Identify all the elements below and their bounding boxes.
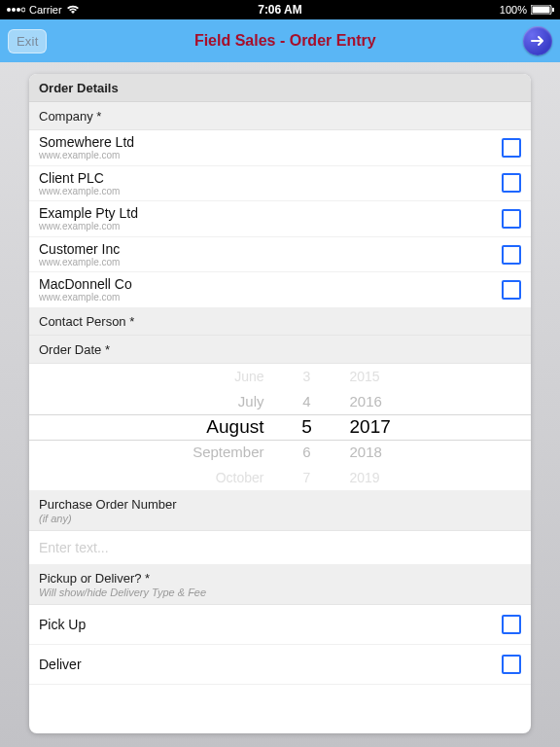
checkbox[interactable] xyxy=(502,173,521,193)
checkbox[interactable] xyxy=(502,615,521,634)
company-name: Customer Inc xyxy=(39,241,120,257)
po-input[interactable] xyxy=(39,540,521,555)
company-url: www.example.com xyxy=(39,150,134,161)
company-url: www.example.com xyxy=(39,292,132,303)
option-label: Pick Up xyxy=(39,617,86,632)
field-company: Company * xyxy=(29,102,531,130)
svg-point-0 xyxy=(7,8,11,12)
svg-rect-6 xyxy=(552,8,554,12)
day-wheel[interactable]: 3 4 5 6 7 xyxy=(294,364,321,490)
checkbox[interactable] xyxy=(502,209,521,229)
company-row[interactable]: Customer Incwww.example.com xyxy=(29,237,531,273)
arrow-right-icon xyxy=(530,33,545,49)
svg-point-3 xyxy=(21,8,25,12)
option-deliver[interactable]: Deliver xyxy=(29,645,531,685)
month-wheel[interactable]: June July August September October xyxy=(158,364,264,490)
svg-point-1 xyxy=(12,8,16,12)
option-label: Deliver xyxy=(39,657,82,672)
company-list: Somewhere Ltdwww.example.com Client PLCw… xyxy=(29,130,531,307)
field-order-date: Order Date * xyxy=(29,336,531,364)
company-url: www.example.com xyxy=(39,221,138,232)
clock: 7:06 AM xyxy=(152,3,408,17)
section-order-details: Order Details xyxy=(29,74,531,102)
company-name: Somewhere Ltd xyxy=(39,134,134,150)
exit-button[interactable]: Exit xyxy=(8,29,47,53)
signal-strength-icon xyxy=(6,5,25,15)
checkbox[interactable] xyxy=(502,138,521,158)
form-card: Order Details Company * Somewhere Ltdwww… xyxy=(29,74,531,733)
company-name: MacDonnell Co xyxy=(39,276,132,292)
checkbox[interactable] xyxy=(502,280,521,300)
company-row[interactable]: Client PLCwww.example.com xyxy=(29,166,531,202)
status-bar: Carrier 7:06 AM 100% xyxy=(0,0,560,19)
wifi-icon xyxy=(66,5,80,15)
battery-icon xyxy=(531,5,554,15)
company-name: Client PLC xyxy=(39,170,120,186)
carrier-label: Carrier xyxy=(29,4,62,16)
next-button[interactable] xyxy=(523,26,552,55)
checkbox[interactable] xyxy=(502,655,521,674)
company-url: www.example.com xyxy=(39,186,120,197)
option-pickup[interactable]: Pick Up xyxy=(29,605,531,645)
nav-bar: Exit Field Sales - Order Entry xyxy=(0,19,560,62)
company-row[interactable]: Somewhere Ltdwww.example.com xyxy=(29,130,531,166)
checkbox[interactable] xyxy=(502,245,521,265)
company-name: Example Pty Ltd xyxy=(39,205,138,221)
field-pickup-deliver: Pickup or Deliver? * Will show/hide Deli… xyxy=(29,564,531,605)
battery-percent: 100% xyxy=(500,4,527,16)
field-contact[interactable]: Contact Person * xyxy=(29,307,531,336)
field-po: Purchase Order Number (if any) xyxy=(29,490,531,531)
page-title: Field Sales - Order Entry xyxy=(47,32,523,50)
company-url: www.example.com xyxy=(39,257,120,268)
date-picker[interactable]: June July August September October 3 4 5… xyxy=(29,364,531,490)
year-wheel[interactable]: 2015 2016 2017 2018 2019 xyxy=(350,364,403,490)
svg-rect-5 xyxy=(533,7,550,14)
company-row[interactable]: Example Pty Ltdwww.example.com xyxy=(29,201,531,237)
svg-point-2 xyxy=(17,8,20,12)
company-row[interactable]: MacDonnell Cowww.example.com xyxy=(29,272,531,307)
